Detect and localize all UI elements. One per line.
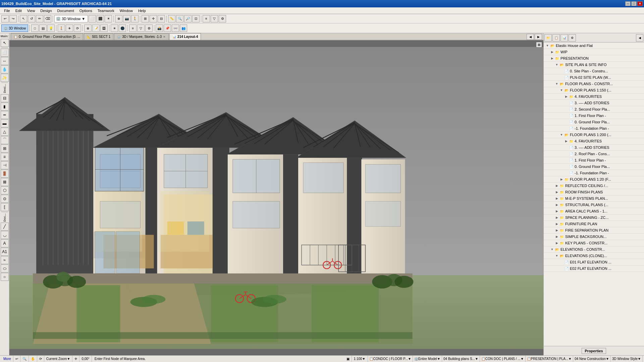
rotate-icon[interactable]: ⟳	[39, 357, 42, 361]
tab-3d[interactable]: 🏢 3D / Marquee, Stories -1-3 ✕	[114, 33, 169, 40]
tree-expand-mep-systems[interactable]: ▶	[554, 196, 559, 201]
tb-eraser[interactable]: ⌫	[44, 15, 51, 22]
status-presentation[interactable]: 📋 PRESENTATION | PLA... ▼	[526, 356, 574, 362]
tree-item-fire-separation[interactable]: ▶📁FIRE SEPARATION PLAN	[544, 227, 644, 234]
rp-btn2[interactable]: 📋	[552, 34, 560, 42]
tb-section-view[interactable]: ▤	[39, 24, 47, 32]
tree-expand-favourites2[interactable]: ▶	[564, 139, 569, 143]
tb-camera[interactable]: 📷	[123, 15, 130, 22]
status-model[interactable]: 🏢 Entire Model ▼	[413, 356, 442, 362]
tb-snap[interactable]: ✛	[150, 15, 157, 22]
tb-fly[interactable]: ✈	[66, 24, 73, 32]
tree-item-elevations-clone[interactable]: ▼📂ELEVATIONS (CLONE)...	[544, 253, 644, 259]
tree-expand-floor-plans-constr[interactable]: ▼	[554, 81, 559, 86]
tree-item-floor-plans-1150[interactable]: ▼📂FLOOR PLANS 1:150 (...	[544, 87, 644, 94]
menu-window[interactable]: Window	[117, 8, 136, 13]
lt-text[interactable]: A	[1, 239, 9, 247]
tree-item-foundation2[interactable]: 📄-1. Foundation Plan -	[544, 170, 644, 176]
tb-sun[interactable]: ☀	[105, 15, 112, 22]
tree-item-floor-plans-1200[interactable]: ▼📂FLOOR PLANS 1:200 (...	[544, 132, 644, 138]
tree-item-simple-background[interactable]: ▶📁SIMPLE BACKGROUN...	[544, 234, 644, 240]
rp-btn1[interactable]: 📁	[544, 34, 552, 42]
maximize-button[interactable]: □	[631, 1, 637, 6]
tree-expand-floor-plans-120[interactable]: ▶	[559, 177, 564, 182]
tree-item-e02-flat[interactable]: 📄E02 FLAT ELEVATION ...	[544, 265, 644, 272]
tree-expand-foundation-plan[interactable]	[564, 126, 569, 131]
tab-nav-left[interactable]: ◀	[527, 34, 534, 40]
tree-expand-add-stories[interactable]	[564, 101, 569, 105]
more-label[interactable]: More	[3, 357, 11, 361]
lt-object[interactable]: ⬡	[1, 186, 9, 194]
properties-tab[interactable]: Properties	[582, 348, 606, 354]
rp-btn3[interactable]: 📊	[560, 34, 568, 42]
lt-arc[interactable]: ◡	[1, 231, 9, 239]
lt-railing[interactable]: ⊣	[1, 161, 9, 169]
tree-expand-site-plan[interactable]: ▼	[554, 62, 559, 67]
tree-expand-presentation[interactable]: ▶	[550, 56, 554, 61]
status-con-doc[interactable]: 📋 CON DOC | PLANS / ... ▼	[480, 356, 526, 362]
tree-expand-simple-background[interactable]: ▶	[554, 234, 559, 239]
tb-rotate[interactable]: ↺	[28, 15, 35, 22]
tree-expand-ground-floor2[interactable]	[564, 164, 569, 169]
tb-arrow[interactable]: ↖	[20, 15, 27, 22]
tb-shadow[interactable]: 🌑	[119, 24, 126, 32]
undo-icon[interactable]: ↩	[15, 357, 18, 361]
tree-item-ground-floor2[interactable]: 📄0. Ground Floor Pla...	[544, 164, 644, 170]
tree-expand-second-floor[interactable]	[564, 107, 569, 112]
lt-stairs[interactable]: ≡	[1, 153, 9, 161]
viewport[interactable]: ⊠	[9, 41, 543, 355]
menu-edit[interactable]: Edit	[13, 8, 24, 13]
tree-expand-floor-plans-1200[interactable]: ▼	[559, 132, 564, 137]
tb-view2[interactable]: ⬛	[97, 15, 104, 22]
tb-mode-dropdown[interactable]: 🏢 3D Window ▼	[54, 15, 88, 22]
tb-collab[interactable]: 👥	[180, 24, 187, 32]
status-building-plans[interactable]: 04 Building plans S... ▼	[442, 356, 480, 362]
lt-select[interactable]: ↖	[1, 39, 9, 47]
tb-vr[interactable]: 👓	[172, 24, 179, 32]
tb-view1[interactable]: ⬜	[89, 15, 96, 22]
close-button[interactable]: ✕	[637, 1, 643, 6]
tree-expand-area-calc[interactable]: ▶	[554, 209, 559, 214]
menu-teamwork[interactable]: Teamwork	[95, 8, 117, 13]
tb-walk2[interactable]: 🚶	[58, 24, 65, 32]
tb-walk[interactable]: 🚶	[131, 15, 139, 22]
tb-settings2[interactable]: ⚙	[145, 24, 153, 32]
tree-expand-first-floor2[interactable]	[564, 158, 569, 163]
tb-settings[interactable]: ⚙	[219, 15, 226, 22]
tree-expand-key-plans[interactable]: ▶	[554, 241, 559, 245]
tree-expand-elastic-house[interactable]: ▼	[545, 43, 550, 48]
lt-curtain[interactable]: ⟦	[1, 203, 9, 211]
tree-item-wip[interactable]: ▶📁WIP	[544, 49, 644, 55]
tree-expand-room-finish[interactable]: ▶	[554, 190, 559, 194]
tree-item-presentation[interactable]: ▶📁PRESENTATION	[544, 55, 644, 62]
lt-circle[interactable]: ○	[1, 273, 9, 281]
tree-expand-e01-flat[interactable]	[559, 260, 564, 264]
tb-sun2[interactable]: ☀	[111, 24, 118, 32]
tab-close-3[interactable]: ✕	[163, 35, 166, 39]
tree-item-first-floor[interactable]: 📄1. First Floor Plan -	[544, 113, 644, 119]
lt-door[interactable]: 🚪	[1, 170, 9, 178]
lt-eyedrop[interactable]: 💧	[1, 65, 9, 73]
tree-item-add-stories[interactable]: 📄3. ---- ADD STORIES	[544, 100, 644, 106]
rp-btn4[interactable]: ⚙	[569, 34, 576, 42]
tab-sect1[interactable]: 📐 S01 SECT 1	[84, 33, 113, 40]
tb-sections[interactable]: ⊗	[84, 24, 92, 32]
tb-zoom-in[interactable]: 🔍	[176, 15, 183, 22]
lt-roof[interactable]: △	[1, 128, 9, 136]
lt-label[interactable]: A1	[1, 248, 9, 256]
tree-item-elastic-house[interactable]: ▼📂Elastic House and Flat	[544, 43, 644, 49]
tree-expand-reflected-ceiling[interactable]: ▶	[554, 183, 559, 188]
tree-item-floor-plans-constr[interactable]: ▼📂FLOOR PLANS - CONSTR...	[544, 81, 644, 87]
tb-grid[interactable]: ⊞	[142, 15, 149, 22]
tree-item-reflected-ceiling[interactable]: ▶📁REFLECTED CEILING /...	[544, 183, 644, 189]
tb-bookmark[interactable]: 📌	[164, 24, 171, 32]
lt-window[interactable]: ⊠	[1, 178, 9, 186]
tab-ground-floor[interactable]: 📋 0. Ground Floor Plan - Construction [0…	[11, 33, 83, 40]
tree-expand-first-floor[interactable]	[564, 113, 569, 118]
tree-item-furniture-plan[interactable]: ▶📁FURNITURE PLAN	[544, 221, 644, 227]
tree-item-foundation-plan[interactable]: 📄-1. Foundation Plan -	[544, 125, 644, 132]
zoom-arrow[interactable]: ▼	[67, 357, 70, 361]
tb-filter2[interactable]: ▽	[137, 24, 145, 32]
lt-zone[interactable]: ⊙	[1, 195, 9, 203]
status-new-construction[interactable]: 04 New Construction ▼	[573, 356, 611, 362]
